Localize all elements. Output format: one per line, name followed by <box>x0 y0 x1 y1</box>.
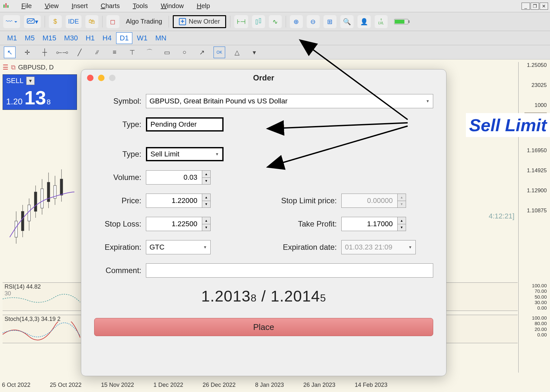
spin-up-icon[interactable]: ▲ <box>202 194 210 201</box>
crosshair-icon[interactable]: ✛ <box>21 47 33 58</box>
menu-view[interactable]: View <box>43 2 60 10</box>
zoom-in-icon[interactable]: ⊕ <box>290 15 303 28</box>
ide-button[interactable]: IDE <box>66 15 82 28</box>
fibo-icon[interactable]: ⊤ <box>126 47 138 58</box>
spin-up-icon[interactable]: ▲ <box>202 217 210 224</box>
indicators-icon[interactable]: ▾ <box>24 15 41 28</box>
price-label: Price: <box>94 196 146 205</box>
close-button[interactable]: ✕ <box>540 3 548 10</box>
exp-date-label: Expiration date: <box>270 243 341 252</box>
triangle-icon[interactable]: △ <box>231 47 243 58</box>
dialog-close-icon[interactable] <box>87 75 94 81</box>
tf-m1[interactable]: M1 <box>4 33 20 44</box>
cursor-icon[interactable]: ↖ <box>4 47 16 58</box>
sell-price-whole: 1.20 <box>6 97 23 107</box>
window-controls: _ ❐ ✕ <box>522 3 550 10</box>
spin-down-icon: ▼ <box>398 201 406 208</box>
time-x-axis: 6 Oct 2022 25 Oct 2022 15 Nov 2022 1 Dec… <box>2 382 518 390</box>
dialog-minimize-icon[interactable] <box>98 75 104 81</box>
price-input[interactable]: 1.22000▲▼ <box>146 194 211 208</box>
spin-up-icon: ▲ <box>398 194 406 201</box>
app-logo-icon <box>3 2 10 10</box>
xlabel: 14 Feb 2023 <box>355 382 388 390</box>
one-click-sell-tile[interactable]: SELL ▼ 1.20 13 8 <box>3 74 77 110</box>
minimize-button[interactable]: _ <box>522 3 530 10</box>
ellipse-icon[interactable]: ○ <box>179 47 190 58</box>
account-icon[interactable]: 👤 <box>358 15 371 28</box>
stoch-label: Stoch(14,3,3) 34.19 2 <box>5 316 60 322</box>
volume-input[interactable]: 0.03▲▼ <box>146 170 211 185</box>
new-order-button[interactable]: + New Order <box>173 15 226 28</box>
dialog-zoom-icon[interactable] <box>109 75 116 81</box>
rsi-scale: 50.00 <box>518 294 548 300</box>
stop-limit-input: 0.00000▲▼ <box>341 194 406 208</box>
sell-price-pip: 8 <box>47 98 50 106</box>
svg-rect-18 <box>41 189 43 208</box>
tf-h4[interactable]: H4 <box>99 33 115 44</box>
search-icon[interactable]: 🔍 <box>340 15 354 28</box>
place-button[interactable]: Place <box>94 318 433 336</box>
bar-chart-icon[interactable]: ⊦⊣ <box>234 15 248 28</box>
tf-w1[interactable]: W1 <box>134 33 151 44</box>
grid-icon[interactable]: ⊞ <box>324 15 336 28</box>
sell-label: SELL <box>6 77 24 85</box>
tf-mn[interactable]: MN <box>152 33 170 44</box>
spin-down-icon[interactable]: ▼ <box>398 224 406 231</box>
line-chart-icon[interactable]: 〰 ▾ <box>3 15 20 28</box>
ask-pip: 5 <box>320 292 326 304</box>
spin-up-icon[interactable]: ▲ <box>202 171 210 178</box>
maximize-button[interactable]: ❐ <box>531 3 539 10</box>
order-type-select[interactable]: Pending Order <box>146 117 224 132</box>
lvl-icon[interactable]: ⇡LVL <box>375 15 388 28</box>
tf-d1[interactable]: D1 <box>116 32 132 44</box>
menu-file[interactable]: File <box>19 2 34 10</box>
line-icon[interactable]: ∿ <box>269 15 282 28</box>
zoom-out-icon[interactable]: ⊖ <box>307 15 320 28</box>
place-label: Place <box>253 322 274 332</box>
channel-icon[interactable]: ⫽ <box>91 47 103 58</box>
spin-down-icon[interactable]: ▼ <box>202 178 210 185</box>
stop-loss-label: Stop Loss: <box>94 219 146 228</box>
tf-m30[interactable]: M30 <box>61 33 81 44</box>
arc-icon[interactable]: ⌒ <box>144 47 155 58</box>
trendline-icon[interactable]: ╱ <box>74 47 85 58</box>
stoch-scale: 80.00 <box>518 321 548 326</box>
stop-loss-input[interactable]: 1.22500▲▼ <box>146 217 211 231</box>
pending-type-select[interactable]: Sell Limit <box>146 147 224 161</box>
spin-down-icon[interactable]: ▼ <box>202 201 210 208</box>
symbol-select[interactable]: GBPUSD, Great Britain Pound vs US Dollar <box>146 94 433 108</box>
more-draw-icon[interactable]: ▾ <box>248 47 260 58</box>
tf-m5[interactable]: M5 <box>22 33 38 44</box>
menu-charts[interactable]: Charts <box>99 2 122 10</box>
vline-icon[interactable]: ┼ <box>39 47 50 58</box>
tf-h1[interactable]: H1 <box>82 33 98 44</box>
stop-limit-label: Stop Limit price: <box>270 196 341 205</box>
algo-trading-button[interactable]: Algo Trading <box>123 15 165 28</box>
market-icon[interactable]: $ <box>49 15 62 28</box>
arrow-tool-icon[interactable]: ↗ <box>196 47 208 58</box>
menu-insert[interactable]: Insert <box>70 2 90 10</box>
svg-rect-0 <box>4 5 5 8</box>
spin-down-icon[interactable]: ▼ <box>202 224 210 231</box>
rect-icon[interactable]: ▭ <box>161 47 173 58</box>
equidistant-icon[interactable]: ≡ <box>109 47 120 58</box>
expiration-select[interactable]: GTC <box>146 240 211 254</box>
spin-up-icon[interactable]: ▲ <box>398 217 406 224</box>
hline-icon[interactable]: ⟜⊸ <box>56 47 68 58</box>
menu-tools[interactable]: Tools <box>131 2 150 10</box>
menu-window[interactable]: Window <box>159 2 186 10</box>
dialog-title: Order <box>253 73 274 82</box>
stop-icon[interactable]: ◻ <box>106 15 119 28</box>
shopping-icon[interactable]: 🛍 <box>85 15 98 28</box>
candlestick-icon[interactable] <box>252 15 265 28</box>
symbol-value: GBPUSD, Great Britain Pound vs US Dollar <box>149 97 288 105</box>
tf-m15[interactable]: M15 <box>39 33 60 44</box>
svg-rect-7 <box>395 20 404 24</box>
sell-dropdown-icon[interactable]: ▼ <box>26 77 35 85</box>
menu-help[interactable]: Help <box>195 2 212 10</box>
symbol-label: Symbol: <box>94 97 146 106</box>
ok-icon[interactable]: OK <box>214 47 225 58</box>
comment-input[interactable] <box>146 263 433 278</box>
ylabel: 1.10875 <box>527 207 547 214</box>
take-profit-input[interactable]: 1.17000▲▼ <box>341 217 406 231</box>
